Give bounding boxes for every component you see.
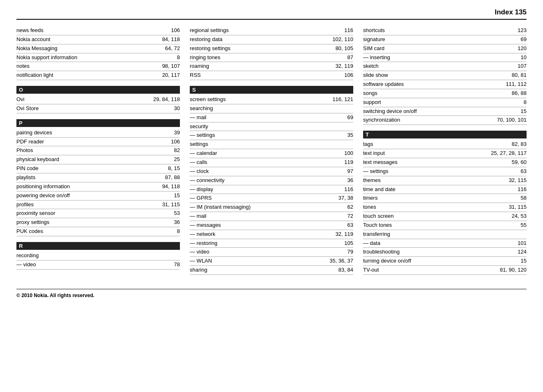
index-row: slide show80, 81	[363, 71, 527, 80]
index-term: restoring data	[190, 36, 332, 44]
index-section: OOvi29, 84, 118Ovi Store30	[16, 86, 180, 113]
index-row: settings	[190, 140, 353, 149]
index-section: news feeds106Nokia account84, 118Nokia M…	[16, 26, 180, 80]
index-row: sharing83, 84	[190, 266, 353, 275]
index-page-number: 36	[174, 219, 180, 226]
index-page-number: 37, 38	[338, 194, 353, 202]
index-page-number: 102, 110	[332, 36, 353, 44]
index-page-number: 15	[521, 108, 527, 115]
index-term: PIN code	[16, 165, 168, 173]
index-page-number: 79	[347, 248, 353, 256]
index-row: Nokia Messaging64, 72	[16, 44, 180, 53]
index-term: Nokia support information	[16, 54, 177, 62]
index-section: shortcuts123signature69SIM card120— inse…	[363, 26, 527, 125]
index-page-number: 106	[344, 71, 353, 79]
index-term: settings	[190, 141, 353, 148]
index-term: sketch	[363, 62, 518, 70]
index-row: PUK codes8	[16, 227, 180, 236]
index-page-number: 124	[518, 248, 527, 256]
index-page-number: 111, 112	[506, 81, 527, 88]
index-term: recording	[16, 252, 180, 260]
index-row: PDF reader106	[16, 138, 180, 147]
index-term: support	[363, 99, 524, 106]
index-term: searching	[190, 105, 353, 113]
index-row: restoring settings80, 105	[190, 44, 353, 53]
index-term: — inserting	[363, 54, 521, 62]
index-page-number: 80, 105	[336, 45, 353, 53]
index-page-number: 8	[524, 99, 527, 106]
index-term: — mail	[190, 212, 347, 220]
index-section: Sscreen settings116, 121searching— mail6…	[190, 86, 353, 275]
index-row: news feeds106	[16, 26, 180, 35]
index-page-number: 8	[177, 228, 180, 235]
index-term: ringing tones	[190, 54, 347, 62]
index-row: — restoring105	[190, 239, 353, 248]
index-section: regional settings116restoring data102, 1…	[190, 26, 353, 80]
index-row: screen settings116, 121	[190, 95, 353, 104]
index-term: news feeds	[16, 27, 171, 35]
index-term: Photos	[16, 147, 174, 154]
column-3: shortcuts123signature69SIM card120— inse…	[363, 26, 527, 281]
page: Index 135 news feeds106Nokia account84, …	[0, 0, 543, 307]
index-row: PIN code8, 15	[16, 164, 180, 173]
index-term: — settings	[190, 131, 347, 139]
index-page-number: 105	[344, 240, 353, 247]
index-row: SIM card120	[363, 44, 527, 53]
index-page-number: 70, 100, 101	[497, 116, 527, 124]
index-page-number: 58	[521, 194, 527, 202]
index-term: — video	[190, 248, 347, 256]
index-page-number: 32, 119	[336, 62, 353, 70]
index-term: proximity sensor	[16, 210, 174, 217]
index-term: shortcuts	[363, 27, 518, 35]
index-page-number: 116	[344, 186, 353, 194]
index-term: signature	[363, 36, 521, 44]
index-row: — mail72	[190, 212, 353, 221]
index-page-number: 31, 115	[509, 203, 527, 211]
section-header: S	[190, 86, 353, 94]
index-page-number: 86, 88	[512, 90, 527, 97]
index-row: proxy settings36	[16, 218, 180, 227]
index-page-number: 107	[518, 62, 527, 70]
index-page-number: 69	[521, 36, 527, 44]
index-row: time and date116	[363, 185, 527, 194]
index-page-number: 35, 36, 37	[329, 257, 353, 265]
index-page-number: 87	[347, 54, 353, 62]
index-page-number: 59, 60	[512, 159, 527, 166]
index-columns: news feeds106Nokia account84, 118Nokia M…	[16, 26, 527, 281]
index-page-number: 94, 118	[162, 183, 180, 191]
index-page-number: 10	[521, 54, 527, 62]
index-term: text input	[363, 150, 491, 157]
index-term: themes	[363, 177, 509, 184]
index-term: Nokia Messaging	[16, 45, 165, 53]
index-term: switching device on/off	[363, 108, 521, 115]
index-term: TV-out	[363, 266, 500, 274]
index-row: — settings35	[190, 131, 353, 140]
index-term: regional settings	[190, 27, 344, 35]
index-term: PUK codes	[16, 228, 177, 235]
index-row: text messages59, 60	[363, 158, 527, 167]
index-page-number: 25	[174, 156, 180, 164]
index-page-number: 81, 90, 120	[500, 266, 527, 274]
index-page-number: 8, 15	[168, 165, 180, 173]
index-page-number: 106	[171, 138, 180, 146]
index-page-number: 120	[518, 45, 527, 53]
index-term: sharing	[190, 266, 338, 274]
index-page-number: 98, 107	[162, 62, 180, 70]
index-term: physical keyboard	[16, 156, 174, 164]
index-term: powering device on/off	[16, 192, 174, 200]
index-term: — mail	[190, 114, 347, 122]
index-term: Nokia account	[16, 36, 162, 44]
index-page-number: 87, 88	[165, 174, 180, 182]
index-term: — clock	[190, 168, 347, 175]
index-page-number: 25, 27, 28, 117	[491, 150, 527, 157]
index-term: restoring settings	[190, 45, 336, 53]
index-row: ringing tones87	[190, 53, 353, 62]
index-page-number: 55	[521, 221, 527, 229]
index-row: transferring	[363, 230, 527, 239]
index-page-number: 100	[344, 150, 353, 157]
index-row: text input25, 27, 28, 117	[363, 149, 527, 158]
index-row: — data101	[363, 239, 527, 248]
index-row: — GPRS37, 38	[190, 194, 353, 203]
column-1: news feeds106Nokia account84, 118Nokia M…	[16, 26, 190, 281]
index-page-number: 119	[344, 159, 353, 166]
